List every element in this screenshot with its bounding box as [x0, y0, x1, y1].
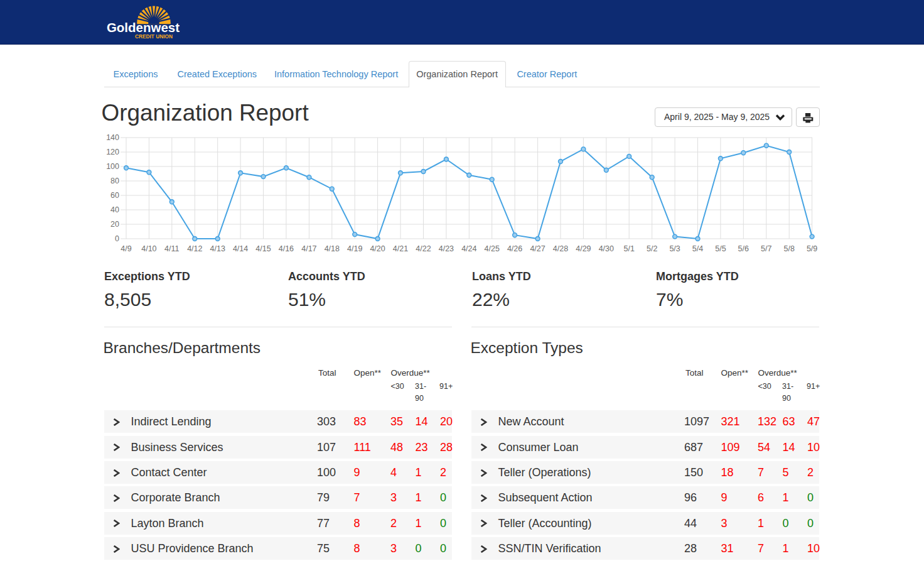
svg-text:5/4: 5/4: [692, 244, 703, 253]
svg-text:4/23: 4/23: [439, 244, 454, 253]
svg-text:4/19: 4/19: [347, 244, 362, 253]
svg-text:4/14: 4/14: [233, 244, 248, 253]
svg-text:4/25: 4/25: [485, 244, 500, 253]
svg-text:4/20: 4/20: [370, 244, 385, 253]
svg-text:5/3: 5/3: [669, 244, 680, 253]
svg-text:4/27: 4/27: [530, 244, 545, 253]
svg-text:0: 0: [115, 234, 119, 243]
svg-text:40: 40: [110, 205, 119, 214]
svg-text:120: 120: [106, 148, 119, 156]
svg-text:4/24: 4/24: [461, 244, 476, 253]
svg-text:4/13: 4/13: [210, 244, 225, 253]
svg-text:5/7: 5/7: [761, 244, 771, 253]
svg-text:4/29: 4/29: [576, 244, 591, 253]
svg-text:4/12: 4/12: [187, 244, 202, 253]
svg-text:4/22: 4/22: [416, 244, 431, 253]
svg-text:4/11: 4/11: [164, 244, 179, 253]
svg-text:4/17: 4/17: [301, 244, 316, 253]
svg-text:5/8: 5/8: [784, 244, 795, 253]
svg-text:4/21: 4/21: [393, 244, 408, 253]
svg-text:80: 80: [110, 177, 119, 185]
svg-text:4/9: 4/9: [121, 244, 131, 253]
svg-text:60: 60: [110, 191, 119, 200]
svg-text:5/2: 5/2: [647, 244, 657, 253]
svg-text:5/5: 5/5: [715, 244, 726, 253]
svg-text:140: 140: [106, 133, 119, 142]
svg-text:4/18: 4/18: [325, 244, 340, 253]
svg-text:5/6: 5/6: [738, 244, 749, 253]
svg-text:100: 100: [106, 162, 119, 171]
svg-text:4/28: 4/28: [553, 244, 568, 253]
svg-text:4/10: 4/10: [141, 244, 156, 253]
svg-text:5/1: 5/1: [624, 244, 635, 253]
svg-text:Goldenwest: Goldenwest: [107, 20, 180, 35]
svg-text:4/16: 4/16: [279, 244, 294, 253]
svg-text:5/9: 5/9: [807, 244, 817, 253]
svg-text:20: 20: [110, 220, 119, 229]
svg-text:4/26: 4/26: [507, 244, 522, 253]
svg-text:CREDIT UNION: CREDIT UNION: [135, 33, 173, 40]
svg-text:4/30: 4/30: [599, 244, 614, 253]
svg-text:4/15: 4/15: [255, 244, 271, 253]
